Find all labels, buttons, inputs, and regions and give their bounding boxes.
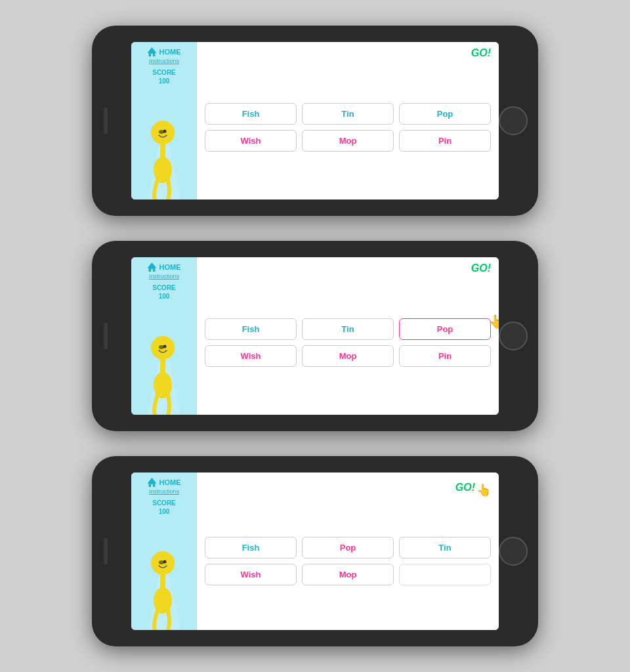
go-button-1[interactable]: GO! — [471, 47, 491, 59]
word-grid-1: Fish Tin Pop Wish Mop Pin — [205, 103, 491, 152]
sidebar-1: HOME Instructions SCORE 100 — [131, 42, 197, 200]
word-card-pin-1[interactable]: Pin — [399, 130, 491, 152]
phone-frame-3: HOME Instructions SCORE 100 — [92, 456, 538, 646]
word-card-wish-2[interactable]: Wish — [205, 345, 297, 367]
word-grid-3: Fish Pop Tin Wish Mop — [205, 537, 491, 585]
main-content-2: GO! Fish Tin Pop 👆 Wish Mop Pin — [197, 257, 499, 415]
home-label-3: HOME — [159, 478, 181, 486]
character-svg-2 — [143, 329, 182, 415]
svg-point-4 — [163, 130, 167, 133]
go-cursor-icon: 👆 — [476, 483, 491, 497]
phone-frame-1: HOME Instructions SCORE 100 — [92, 26, 538, 216]
home-icon-2 — [148, 262, 157, 272]
instructions-link-3[interactable]: Instructions — [149, 488, 179, 495]
sidebar-3: HOME Instructions SCORE 100 — [131, 472, 197, 630]
phone-frame-2: HOME Instructions SCORE 100 — [92, 241, 538, 431]
character-svg-3 — [143, 545, 182, 630]
word-card-pop-1[interactable]: Pop — [399, 103, 491, 125]
word-card-mop-2[interactable]: Mop — [302, 345, 394, 367]
main-content-3: GO! 👆 Fish Pop Tin Wish Mop — [197, 472, 499, 630]
go-button-3[interactable]: GO! — [455, 482, 475, 494]
character-area-1 — [138, 108, 187, 200]
word-card-wish-1[interactable]: Wish — [205, 130, 297, 152]
home-button-2[interactable] — [499, 322, 528, 350]
sidebar-2: HOME Instructions SCORE 100 — [131, 257, 197, 415]
home-icon-3 — [148, 478, 157, 487]
word-card-tin-3[interactable]: Tin — [399, 537, 491, 558]
home-nav-2[interactable]: HOME — [148, 262, 181, 272]
go-area-3: GO! 👆 — [455, 478, 491, 497]
screen-2: HOME Instructions SCORE 100 — [131, 257, 499, 415]
score-label-1: SCORE — [152, 68, 176, 77]
drag-cursor-icon: 👆 — [488, 314, 499, 329]
screen-1: HOME Instructions SCORE 100 — [131, 42, 499, 200]
home-label-1: HOME — [159, 48, 181, 56]
home-button-3[interactable] — [499, 537, 528, 566]
score-value-2: 100 — [152, 292, 176, 301]
word-card-tin-2[interactable]: Tin — [302, 318, 394, 340]
score-value-3: 100 — [152, 507, 176, 516]
instructions-link-1[interactable]: Instructions — [149, 58, 179, 64]
score-box-1: SCORE 100 — [152, 68, 176, 85]
word-card-fish-2[interactable]: Fish — [205, 318, 297, 340]
home-button-1[interactable] — [499, 106, 528, 135]
main-content-1: GO! Fish Tin Pop Wish Mop Pin — [197, 42, 499, 200]
home-nav-1[interactable]: HOME — [148, 47, 181, 56]
score-label-2: SCORE — [152, 284, 176, 292]
home-nav-3[interactable]: HOME — [148, 478, 181, 487]
svg-point-9 — [163, 345, 167, 348]
instructions-link-2[interactable]: Instructions — [149, 273, 179, 280]
score-box-3: SCORE 100 — [152, 499, 176, 516]
word-card-pin-2[interactable]: Pin — [399, 345, 491, 367]
home-label-2: HOME — [159, 263, 181, 271]
word-card-tin-1[interactable]: Tin — [302, 103, 394, 125]
word-card-mop-1[interactable]: Mop — [302, 130, 394, 152]
word-grid-2: Fish Tin Pop 👆 Wish Mop Pin — [205, 318, 491, 367]
character-area-3 — [138, 538, 187, 630]
word-card-pop-dragging[interactable]: Pop 👆 — [399, 318, 491, 340]
word-card-fish-3[interactable]: Fish — [205, 537, 297, 558]
word-card-pop-3[interactable]: Pop — [302, 537, 394, 558]
svg-point-14 — [163, 560, 167, 564]
character-area-2 — [138, 323, 187, 415]
word-card-wish-3[interactable]: Wish — [205, 564, 297, 585]
word-card-fish-1[interactable]: Fish — [205, 103, 297, 125]
score-label-3: SCORE — [152, 499, 176, 507]
score-value-1: 100 — [152, 77, 176, 85]
screen-3: HOME Instructions SCORE 100 — [131, 472, 499, 630]
word-card-mop-3[interactable]: Mop — [302, 564, 394, 585]
score-box-2: SCORE 100 — [152, 284, 176, 301]
character-svg-1 — [143, 114, 182, 200]
go-button-2[interactable]: GO! — [471, 262, 491, 274]
word-card-empty-3 — [399, 564, 491, 585]
home-icon-1 — [148, 47, 157, 56]
